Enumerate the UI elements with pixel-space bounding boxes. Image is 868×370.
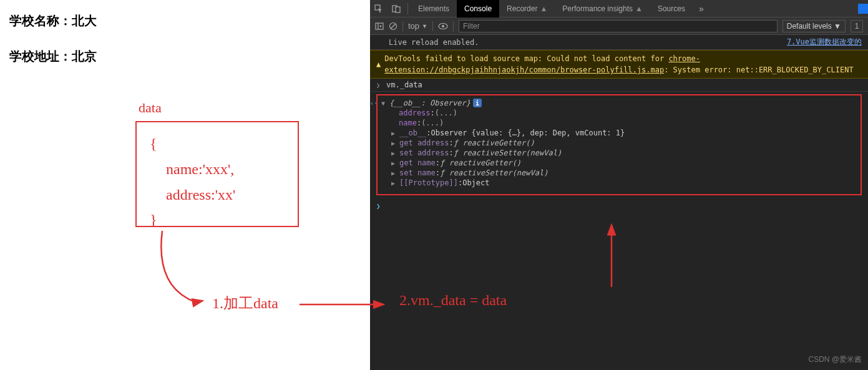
- divider: [402, 21, 403, 31]
- input-chevron-icon: ❯: [376, 82, 384, 89]
- prop-key: address: [399, 109, 431, 117]
- prop-value: ƒ reactiveGetter(): [440, 158, 521, 167]
- settings-icon[interactable]: [858, 4, 868, 14]
- prop-get-address[interactable]: ▶ get address: ƒ reactiveGetter(): [381, 138, 857, 148]
- expand-icon[interactable]: ▶: [391, 160, 397, 167]
- svg-point-8: [442, 25, 444, 27]
- prop-key: get name: [399, 158, 436, 167]
- prop-value: (...): [421, 119, 444, 127]
- prop-key: set address: [399, 148, 449, 157]
- tree-root[interactable]: ‹· ▼ {__ob__: Observer} i: [381, 98, 857, 108]
- tab-recorder-label: Recorder: [507, 4, 537, 13]
- expand-icon[interactable]: ▶: [391, 170, 397, 177]
- devtools-panel: Elements Console Recorder▲ Performance i…: [370, 0, 868, 370]
- tab-performance[interactable]: Performance insights▲: [555, 0, 650, 17]
- annotation-step1: 1.加工data: [212, 293, 278, 313]
- tab-perf-label: Performance insights: [562, 4, 633, 13]
- prop-value: ƒ reactiveSetter(newVal): [440, 168, 548, 177]
- expand-icon[interactable]: ▶: [391, 130, 397, 137]
- filter-placeholder: Filter: [463, 22, 480, 31]
- live-reload-text: Live reload enabled.: [389, 38, 479, 47]
- context-label: top: [408, 21, 419, 31]
- school-address-value: 北京: [72, 49, 97, 63]
- console-prompt[interactable]: ❯: [370, 200, 868, 212]
- live-expression-icon[interactable]: [438, 22, 448, 30]
- prop-value: ƒ reactiveSetter(newVal): [454, 148, 562, 157]
- school-address-heading: 学校地址：北京: [9, 48, 361, 65]
- divider: [407, 3, 408, 14]
- code-close: }: [150, 207, 235, 233]
- root-value: {__ob__: Observer}: [389, 99, 471, 107]
- filter-input[interactable]: Filter: [459, 20, 778, 32]
- warn-suffix: : System error: net::ERR_BLOCKED_BY_CLIE…: [664, 66, 853, 74]
- prop-name[interactable]: name: (...): [381, 118, 857, 128]
- prop-set-name[interactable]: ▶ set name: ƒ reactiveSetter(newVal): [381, 168, 857, 178]
- expand-icon[interactable]: ▶: [391, 150, 397, 157]
- tab-recorder[interactable]: Recorder▲: [499, 0, 555, 17]
- code-open: {: [150, 131, 235, 157]
- watermark: CSDN @爱米酱: [808, 354, 862, 365]
- code-line1: name:'xxx',: [150, 157, 235, 182]
- console-content: Live reload enabled. 7.Vue监测数据改变的 ▲ DevT…: [370, 35, 868, 212]
- annotation-data-label: data: [139, 100, 162, 116]
- warn-prefix: DevTools failed to load source map: Coul…: [384, 54, 668, 63]
- prop-value: Observer {value: {…}, dep: Dep, vmCount:…: [431, 129, 625, 137]
- inspect-icon[interactable]: [370, 4, 388, 13]
- tab-console[interactable]: Console: [457, 0, 499, 17]
- school-address-label: 学校地址：: [9, 49, 72, 63]
- source-link[interactable]: 7.Vue监测数据改变的: [787, 37, 862, 47]
- prop-value: (...): [435, 109, 457, 117]
- school-name-value: 北大: [72, 14, 97, 27]
- prop-address[interactable]: address: (...): [381, 108, 857, 118]
- prop-prototype[interactable]: ▶ [[Prototype]]: Object: [381, 178, 857, 188]
- console-toolbar: top ▼ Filter Default levels ▼ 1: [370, 17, 868, 35]
- divider: [432, 21, 433, 31]
- school-name-heading: 学校名称：北大: [9, 12, 361, 29]
- svg-rect-2: [396, 7, 400, 12]
- code-line2: address:'xx': [150, 182, 235, 208]
- console-input-echo: ❯ vm._data: [370, 79, 868, 92]
- info-badge-icon[interactable]: i: [473, 99, 482, 107]
- log-levels-selector[interactable]: Default levels ▼: [783, 20, 846, 32]
- context-selector[interactable]: top ▼: [408, 21, 427, 31]
- prop-key: __ob__: [399, 129, 426, 137]
- expand-icon[interactable]: ▼: [381, 100, 388, 107]
- prompt-chevron-icon: ❯: [376, 202, 381, 210]
- prop-value: Object: [462, 178, 489, 187]
- prop-key: get address: [399, 139, 449, 147]
- prop-set-address[interactable]: ▶ set address: ƒ reactiveSetter(newVal): [381, 148, 857, 158]
- prop-key: set name: [399, 168, 436, 177]
- prop-ob[interactable]: ▶ __ob__: Observer {value: {…}, dep: Dep…: [381, 128, 857, 138]
- clear-console-icon[interactable]: [389, 22, 397, 31]
- input-expression: vm._data: [386, 80, 422, 89]
- expand-icon[interactable]: ▶: [391, 180, 397, 187]
- device-toggle-icon[interactable]: [388, 4, 405, 13]
- sidebar-toggle-icon[interactable]: [375, 22, 384, 31]
- prop-key: name: [399, 119, 417, 127]
- school-name-label: 学校名称：: [9, 14, 72, 27]
- console-output: ‹· ▼ {__ob__: Observer} i address: (...)…: [370, 92, 868, 200]
- hidden-count[interactable]: 1: [851, 20, 863, 32]
- annotation-code: { name:'xxx', address:'xx' }: [150, 131, 235, 233]
- annotation-step2: 2.vm._data = data: [399, 292, 507, 309]
- tab-sources[interactable]: Sources: [650, 0, 693, 17]
- tab-elements[interactable]: Elements: [411, 0, 457, 17]
- divider: [453, 21, 454, 31]
- highlight-box: ‹· ▼ {__ob__: Observer} i address: (...)…: [376, 94, 862, 195]
- warning-icon: ▲: [376, 59, 381, 70]
- prop-value: ƒ reactiveGetter(): [454, 139, 535, 147]
- prop-key: [[Prototype]]: [399, 178, 458, 187]
- prop-get-name[interactable]: ▶ get name: ƒ reactiveGetter(): [381, 158, 857, 168]
- log-warning: ▲ DevTools failed to load source map: Co…: [370, 50, 868, 79]
- dropdown-arrow-icon: ▼: [422, 23, 427, 29]
- expand-icon[interactable]: ▶: [391, 140, 397, 147]
- more-tabs-icon[interactable]: »: [693, 4, 710, 14]
- log-live-reload: Live reload enabled. 7.Vue监测数据改变的: [370, 35, 868, 50]
- devtools-tab-bar: Elements Console Recorder▲ Performance i…: [370, 0, 868, 17]
- output-chevron-icon: ‹·: [370, 100, 378, 107]
- svg-line-6: [391, 24, 396, 29]
